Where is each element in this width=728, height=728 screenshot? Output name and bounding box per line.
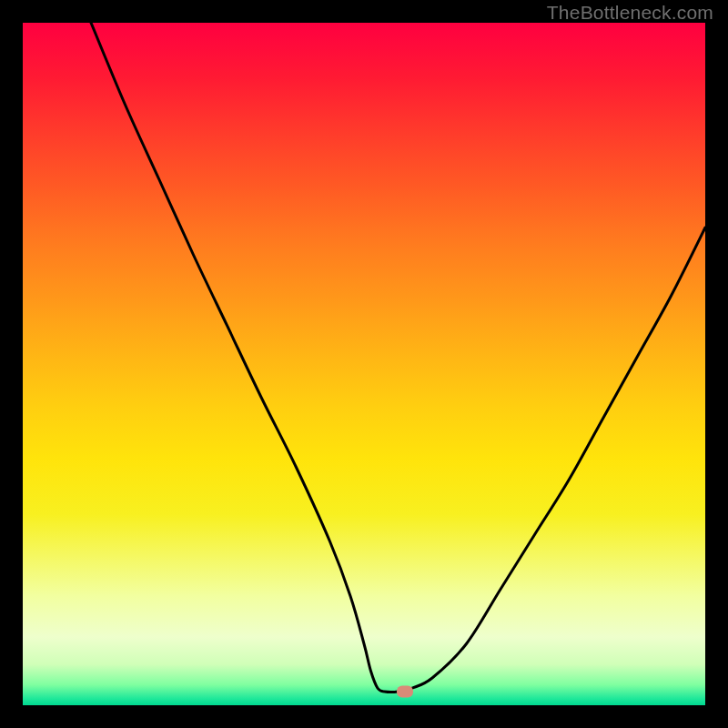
bottleneck-curve (23, 23, 705, 705)
chart-frame: TheBottleneck.com (0, 0, 728, 728)
curve-path (91, 23, 705, 692)
optimal-point-marker (397, 686, 413, 698)
plot-area (23, 23, 705, 705)
watermark-text: TheBottleneck.com (547, 2, 713, 24)
